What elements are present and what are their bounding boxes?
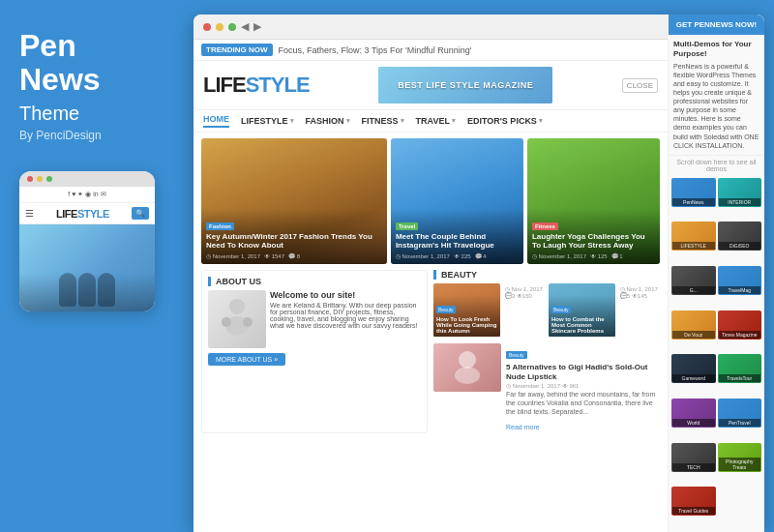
mobile-logo-accent: STYLE [77, 208, 109, 220]
demo-thumb-g-label: G... [672, 286, 715, 294]
demo-thumb-times[interactable]: Times Magazine [718, 310, 762, 340]
editors-chevron-icon: ▾ [539, 117, 543, 125]
svg-point-0 [229, 299, 245, 314]
about-title: Welcome to our site! [270, 290, 421, 300]
trending-bar: TRENDING NOW Focus, Fathers, Flow: 3 Tip… [194, 40, 668, 61]
browser-back-button[interactable]: ◀ [241, 20, 249, 33]
beauty-card-camping-overlay: Beauty How To Look Fresh While Going Cam… [433, 295, 500, 337]
mobile-mockup: f ♥ ✦ ◉ in ✉ ☰ LIFESTYLE 🔍 [19, 171, 155, 311]
content-area: Fashion Key Autumn/Winter 2017 Fashion T… [194, 133, 668, 532]
hero-card-fashion-views: 👁 1547 [264, 253, 284, 259]
about-content: Welcome to our site! We are Keland & Bri… [208, 290, 421, 348]
beauty-card-camping[interactable]: Beauty How To Look Fresh While Going Cam… [433, 283, 545, 337]
beauty-featured-meta: ◷ November 1, 2017 👁 961 [506, 382, 660, 389]
hero-card-travel-date: ◷ November 1, 2017 [396, 252, 450, 259]
svg-point-5 [455, 367, 480, 384]
demo-thumb-g[interactable]: G... [671, 266, 716, 295]
demo-thumb-travelmag[interactable]: TravelMag [718, 266, 762, 295]
beauty-section-header: BEAUTY [433, 270, 660, 280]
hero-card-fashion-date: ◷ November 1, 2017 [206, 252, 260, 259]
beauty-featured-text: Far far away, behind the word mountains,… [506, 390, 660, 416]
demo-thumb-interior[interactable]: INTERIOR [718, 178, 762, 207]
demo-thumb-devouz[interactable]: De Vouz [671, 310, 716, 340]
demo-thumb-photography-label: Photography Treats [719, 458, 761, 471]
nav-item-home[interactable]: HOME [203, 114, 229, 128]
hero-card-fitness-comments: 💬 1 [611, 252, 623, 259]
demo-thumb-travelstour[interactable]: TravelsTour [718, 354, 762, 383]
hero-card-fitness[interactable]: Fitness Laughter Yoga Challenges You To … [527, 138, 660, 264]
demo-thumb-pennews[interactable]: PenNews [671, 178, 716, 207]
beauty-featured-title: 5 Alternatives to Gigi Hadid's Sold-Out … [506, 363, 660, 381]
nav-item-editors-picks[interactable]: EDITOR'S PICKS ▾ [467, 116, 543, 126]
hero-card-travel[interactable]: Travel Meet The Couple Behind Instagram'… [391, 138, 523, 264]
beauty-card-skincare-wrapper: Beauty How to Combat the Most Common Ski… [549, 283, 615, 337]
app-subtitle: Theme [19, 103, 79, 125]
nav-item-travel[interactable]: TRAVEL ▾ [416, 116, 456, 126]
nav-item-lifestyle[interactable]: LIFESTYLE ▾ [241, 116, 294, 126]
mobile-logo: LIFESTYLE [56, 208, 109, 220]
demo-thumb-pentravel-label: PenTravel [719, 419, 761, 427]
app-title: PenNews [19, 29, 101, 97]
beauty-card-skincare[interactable]: Beauty How to Combat the Most Common Ski… [549, 283, 660, 337]
demo-thumb-pentravel[interactable]: PenTravel [718, 399, 762, 428]
site-nav: HOME LIFESTYLE ▾ FASHION ▾ FITNESS ▾ TRA… [194, 110, 668, 133]
hero-card-fitness-meta: ◷ November 1, 2017 👁 125 💬 1 [532, 252, 655, 259]
mobile-social-icons: f ♥ ✦ ◉ in ✉ [68, 191, 105, 198]
sidebar-scroll-text: Scroll down here to see all demos [669, 156, 764, 175]
demo-thumb-travelmag-label: TravelMag [719, 286, 761, 294]
beauty-card-skincare-title: How to Combat the Most Common Skincare P… [551, 316, 612, 334]
hero-card-fashion[interactable]: Fashion Key Autumn/Winter 2017 Fashion T… [201, 138, 387, 264]
demo-thumb-travel-guides[interactable]: Travel Guides [671, 487, 716, 516]
beauty-read-more-link[interactable]: Read more [506, 424, 540, 430]
beauty-card-grid: Beauty How To Look Fresh While Going Cam… [433, 283, 660, 433]
mobile-search-button[interactable]: 🔍 [132, 207, 149, 220]
hero-card-travel-views: 👁 225 [454, 253, 471, 259]
hero-card-travel-overlay: Travel Meet The Couple Behind Instagram'… [391, 209, 523, 264]
about-description: We are Keland & Brittany. With our deep … [270, 302, 421, 329]
beauty-featured-cat: Beauty [506, 351, 527, 359]
hero-card-fashion-comments: 💬 8 [288, 252, 300, 259]
fashion-chevron-icon: ▾ [346, 117, 350, 125]
hero-grid: Fashion Key Autumn/Winter 2017 Fashion T… [201, 138, 660, 264]
demo-thumb-tech[interactable]: TECH [671, 443, 716, 472]
sidebar-desc-text: PenNews is a powerful & flexible WordPre… [673, 62, 759, 150]
browser-dot-green [228, 23, 236, 31]
more-about-button[interactable]: MORE ABOUT US » [208, 353, 285, 366]
beauty-section: BEAUTY Beauty How To Look Fresh While Go… [433, 270, 660, 433]
mobile-person-3 [98, 273, 115, 307]
about-image [208, 290, 266, 348]
nav-item-fitness[interactable]: FITNESS ▾ [362, 116, 404, 126]
sidebar-desc-title: Multi-Demos for Your Purpose! [673, 40, 759, 60]
beauty-card-camping-wrapper: Beauty How To Look Fresh While Going Cam… [433, 283, 500, 337]
beauty-card-skincare-cat: Beauty [551, 306, 571, 313]
hero-card-travel-category: Travel [396, 222, 418, 230]
nav-item-fashion[interactable]: FASHION ▾ [306, 116, 350, 126]
about-text-block: Welcome to our site! We are Keland & Bri… [270, 290, 421, 348]
left-panel: PenNews Theme By PenciDesign f ♥ ✦ ◉ in … [0, 0, 194, 532]
hero-card-fashion-meta: ◷ November 1, 2017 👁 1547 💬 8 [206, 252, 382, 259]
demo-thumb-photography[interactable]: Photography Treats [718, 443, 762, 472]
demo-thumb-digiseo-label: DiGiSEO [719, 242, 761, 250]
demo-thumb-devouz-label: De Vouz [672, 331, 715, 339]
browser-main: ◀ ▶ TRENDING NOW Focus, Fathers, Flow: 3… [194, 15, 668, 532]
demo-thumb-gameword[interactable]: Gameword [671, 354, 716, 383]
hero-card-fashion-title: Key Autumn/Winter 2017 Fashion Trends Yo… [206, 232, 382, 251]
mobile-dot-yellow [37, 176, 43, 182]
right-sidebar: GET PENNEWS NOW! Multi-Demos for Your Pu… [668, 15, 764, 532]
beauty-featured-illustration [448, 348, 487, 387]
beauty-featured-body: Beauty 5 Alternatives to Gigi Hadid's So… [506, 343, 660, 433]
close-button[interactable]: CLOSE [622, 78, 658, 93]
browser-dot-yellow [216, 23, 223, 31]
demo-thumb-world[interactable]: World [671, 399, 716, 428]
sidebar-cta-button[interactable]: GET PENNEWS NOW! [669, 15, 764, 35]
trending-text: Focus, Fathers, Flow: 3 Tips For 'Mindfu… [279, 45, 472, 55]
demo-thumb-digiseo[interactable]: DiGiSEO [718, 222, 762, 251]
svg-point-4 [459, 351, 476, 369]
beauty-featured-article[interactable]: Beauty 5 Alternatives to Gigi Hadid's So… [433, 343, 660, 433]
browser-forward-button[interactable]: ▶ [253, 20, 261, 33]
demo-thumb-lifestyle[interactable]: LIFESTYLE [671, 222, 716, 251]
hero-card-travel-meta: ◷ November 1, 2017 👁 225 💬 4 [396, 252, 519, 259]
mobile-hamburger-icon[interactable]: ☰ [25, 208, 34, 219]
mobile-dot-green [46, 176, 52, 182]
hero-card-travel-comments: 💬 4 [475, 252, 487, 259]
